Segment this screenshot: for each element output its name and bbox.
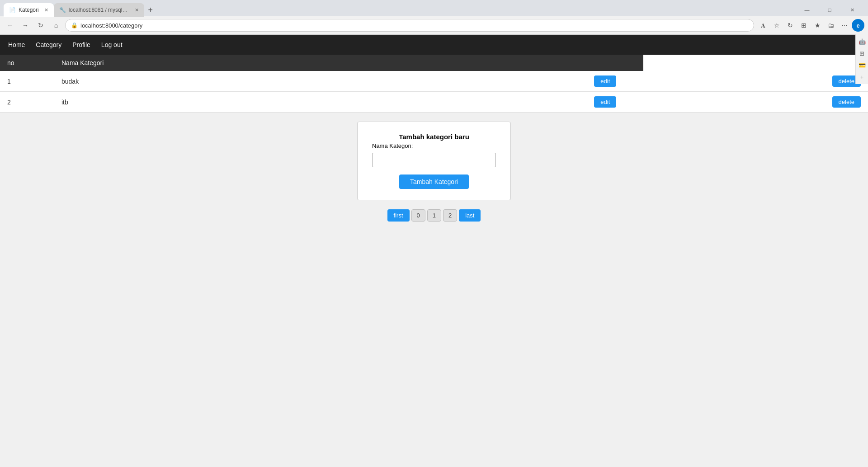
address-bar-row: ← → ↻ ⌂ 🔒 localhost:8000/category 𝐀 ☆ ↻ …: [0, 16, 868, 34]
cell-no: 2: [0, 92, 54, 113]
content-area: no Nama Kategori 1 budak edit delete 2 i…: [0, 55, 868, 467]
address-bar[interactable]: 🔒 localhost:8000/category: [65, 19, 754, 32]
tab-label-1: Kategori: [19, 7, 39, 13]
address-text: localhost:8000/category: [80, 22, 142, 29]
edge-logo: e: [852, 19, 864, 32]
edge-sidebar: 🤖 ⊞ 💳 +: [855, 34, 868, 84]
nav-logout[interactable]: Log out: [100, 39, 123, 50]
more-tools-icon[interactable]: ⋯: [838, 19, 851, 32]
sidebar-copilot-icon[interactable]: 🤖: [857, 36, 868, 47]
tambah-kategori-button[interactable]: Tambah Kategori: [399, 175, 469, 189]
read-aloud-icon[interactable]: 𝐀: [757, 19, 769, 32]
tab-favicon-1: 📄: [9, 7, 16, 13]
page-2-button[interactable]: 2: [443, 209, 457, 222]
tab-kategori[interactable]: 📄 Kategori ✕: [4, 3, 54, 17]
minimize-button[interactable]: —: [797, 3, 817, 17]
cell-edit: edit: [349, 71, 644, 92]
table-row: 1 budak edit delete: [0, 71, 868, 92]
col-nama: Nama Kategori: [54, 55, 349, 71]
cell-delete: delete: [643, 71, 868, 92]
toolbar-right: 𝐀 ☆ ↻ ⊞ ★ 🗂 ⋯ e: [757, 19, 864, 32]
kategori-table: no Nama Kategori 1 budak edit delete 2 i…: [0, 55, 868, 113]
close-button[interactable]: ✕: [842, 3, 863, 17]
tab-bar: 📄 Kategori ✕ 🔧 localhost:8081 / mysql / …: [0, 0, 868, 16]
tab-mysql[interactable]: 🔧 localhost:8081 / mysql / tubes-d ✕: [54, 3, 144, 17]
back-button[interactable]: ←: [4, 19, 16, 32]
sidebar-wallet-icon[interactable]: 💳: [857, 60, 868, 71]
category-name-input[interactable]: [372, 153, 496, 167]
favorites-list-icon[interactable]: ★: [811, 19, 824, 32]
browser-chrome: 📄 Kategori ✕ 🔧 localhost:8081 / mysql / …: [0, 0, 868, 35]
tab-label-2: localhost:8081 / mysql / tubes-d: [69, 7, 129, 13]
cell-edit: edit: [349, 92, 644, 113]
nav-home[interactable]: Home: [7, 39, 26, 50]
home-button[interactable]: ⌂: [50, 19, 62, 32]
table-row: 2 itb edit delete: [0, 92, 868, 113]
add-category-form: Tambah kategori baru Nama Kategori: Tamb…: [357, 122, 511, 200]
col-actions: [349, 55, 644, 71]
last-page-button[interactable]: last: [459, 209, 481, 222]
page-1-button[interactable]: 1: [427, 209, 441, 222]
forward-button[interactable]: →: [19, 19, 32, 32]
sidebar-add-icon[interactable]: +: [857, 71, 868, 82]
page-0-button[interactable]: 0: [411, 209, 425, 222]
cell-nama: itb: [54, 92, 349, 113]
cell-no: 1: [0, 71, 54, 92]
cell-nama: budak: [54, 71, 349, 92]
split-screen-icon[interactable]: ⊞: [797, 19, 810, 32]
collections-icon[interactable]: 🗂: [825, 19, 837, 32]
lock-icon: 🔒: [71, 22, 78, 28]
app-navbar: Home Category Profile Log out: [0, 35, 868, 55]
cell-delete: delete: [643, 92, 868, 113]
edit-button[interactable]: edit: [594, 96, 616, 108]
tab-favicon-2: 🔧: [59, 7, 66, 13]
refresh-button[interactable]: ↻: [34, 19, 47, 32]
tab-close-2[interactable]: ✕: [135, 7, 139, 13]
first-page-button[interactable]: first: [387, 209, 410, 222]
delete-button[interactable]: delete: [832, 96, 861, 108]
refresh-icon[interactable]: ↻: [784, 19, 797, 32]
form-title: Tambah kategori baru: [372, 133, 496, 141]
table-container: no Nama Kategori 1 budak edit delete 2 i…: [0, 55, 868, 113]
col-no: no: [0, 55, 54, 71]
nav-profile[interactable]: Profile: [71, 39, 91, 50]
tab-close-1[interactable]: ✕: [44, 7, 48, 13]
nav-category[interactable]: Category: [35, 39, 62, 50]
app-root: Home Category Profile Log out no Nama Ka…: [0, 35, 868, 467]
form-label: Nama Kategori:: [372, 142, 496, 149]
maximize-button[interactable]: □: [819, 3, 840, 17]
sidebar-apps-icon[interactable]: ⊞: [857, 48, 868, 59]
edit-button[interactable]: edit: [594, 75, 616, 87]
new-tab-button[interactable]: +: [144, 4, 157, 16]
pagination: first 0 1 2 last: [0, 209, 868, 222]
favorites-icon[interactable]: ☆: [770, 19, 783, 32]
window-controls: — □ ✕: [797, 3, 864, 17]
